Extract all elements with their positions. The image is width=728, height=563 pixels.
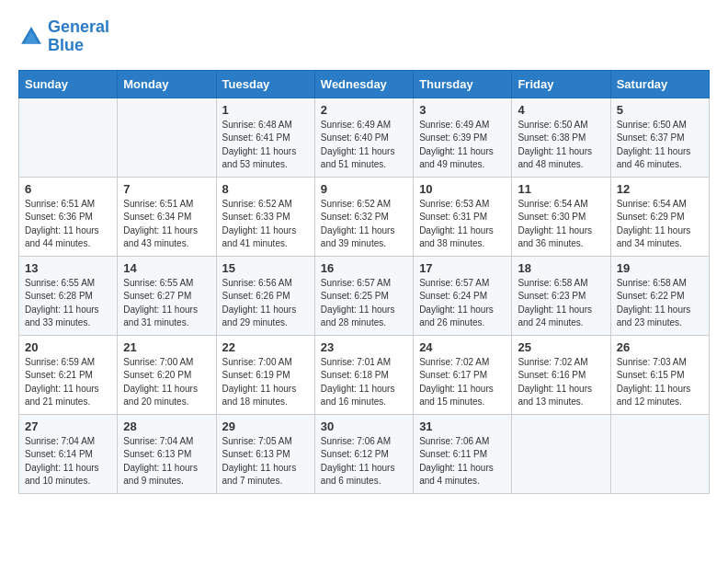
- calendar-cell: 15Sunrise: 6:56 AM Sunset: 6:26 PM Dayli…: [216, 256, 314, 335]
- cell-info: Sunrise: 7:01 AM Sunset: 6:18 PM Dayligh…: [321, 356, 407, 409]
- calendar-cell: 26Sunrise: 7:03 AM Sunset: 6:15 PM Dayli…: [610, 335, 709, 414]
- calendar-cell: 22Sunrise: 7:00 AM Sunset: 6:19 PM Dayli…: [216, 335, 314, 414]
- cell-info: Sunrise: 6:53 AM Sunset: 6:31 PM Dayligh…: [419, 198, 506, 251]
- day-number: 24: [419, 340, 506, 354]
- day-number: 31: [419, 419, 506, 433]
- cell-info: Sunrise: 7:00 AM Sunset: 6:19 PM Dayligh…: [222, 356, 309, 409]
- page-header: General Blue: [18, 18, 710, 55]
- calendar-cell: 7Sunrise: 6:51 AM Sunset: 6:34 PM Daylig…: [118, 177, 216, 256]
- cell-info: Sunrise: 6:57 AM Sunset: 6:24 PM Dayligh…: [419, 277, 506, 330]
- day-number: 16: [321, 261, 407, 275]
- cell-info: Sunrise: 6:59 AM Sunset: 6:21 PM Dayligh…: [25, 356, 111, 409]
- cell-info: Sunrise: 6:49 AM Sunset: 6:39 PM Dayligh…: [419, 119, 506, 172]
- weekday-header-thursday: Thursday: [414, 70, 512, 98]
- cell-info: Sunrise: 7:06 AM Sunset: 6:12 PM Dayligh…: [321, 435, 407, 488]
- calendar-cell: 30Sunrise: 7:06 AM Sunset: 6:12 PM Dayli…: [314, 414, 413, 493]
- day-number: 3: [419, 103, 506, 117]
- cell-info: Sunrise: 7:04 AM Sunset: 6:13 PM Dayligh…: [123, 435, 210, 488]
- cell-info: Sunrise: 6:57 AM Sunset: 6:25 PM Dayligh…: [321, 277, 407, 330]
- calendar-cell: 17Sunrise: 6:57 AM Sunset: 6:24 PM Dayli…: [414, 256, 512, 335]
- calendar-week-2: 6Sunrise: 6:51 AM Sunset: 6:36 PM Daylig…: [19, 177, 710, 256]
- cell-info: Sunrise: 7:06 AM Sunset: 6:11 PM Dayligh…: [419, 435, 506, 488]
- day-number: 2: [321, 103, 407, 117]
- calendar-cell: 3Sunrise: 6:49 AM Sunset: 6:39 PM Daylig…: [414, 98, 512, 177]
- cell-info: Sunrise: 6:52 AM Sunset: 6:32 PM Dayligh…: [321, 198, 407, 251]
- day-number: 1: [222, 103, 309, 117]
- cell-info: Sunrise: 7:03 AM Sunset: 6:15 PM Dayligh…: [617, 356, 703, 409]
- weekday-header-friday: Friday: [512, 70, 610, 98]
- calendar-cell: 11Sunrise: 6:54 AM Sunset: 6:30 PM Dayli…: [512, 177, 610, 256]
- calendar-cell: 21Sunrise: 7:00 AM Sunset: 6:20 PM Dayli…: [118, 335, 216, 414]
- day-number: 30: [321, 419, 407, 433]
- calendar-cell: [118, 98, 216, 177]
- cell-info: Sunrise: 6:49 AM Sunset: 6:40 PM Dayligh…: [321, 119, 407, 172]
- calendar-cell: 13Sunrise: 6:55 AM Sunset: 6:28 PM Dayli…: [19, 256, 118, 335]
- day-number: 19: [617, 261, 703, 275]
- cell-info: Sunrise: 6:58 AM Sunset: 6:23 PM Dayligh…: [518, 277, 604, 330]
- day-number: 20: [25, 340, 111, 354]
- calendar-cell: 23Sunrise: 7:01 AM Sunset: 6:18 PM Dayli…: [314, 335, 413, 414]
- calendar-cell: 19Sunrise: 6:58 AM Sunset: 6:22 PM Dayli…: [610, 256, 709, 335]
- day-number: 27: [25, 419, 111, 433]
- day-number: 8: [222, 182, 309, 196]
- calendar-cell: 24Sunrise: 7:02 AM Sunset: 6:17 PM Dayli…: [414, 335, 512, 414]
- cell-info: Sunrise: 6:48 AM Sunset: 6:41 PM Dayligh…: [222, 119, 309, 172]
- cell-info: Sunrise: 6:54 AM Sunset: 6:30 PM Dayligh…: [518, 198, 604, 251]
- calendar-week-5: 27Sunrise: 7:04 AM Sunset: 6:14 PM Dayli…: [19, 414, 710, 493]
- cell-info: Sunrise: 6:52 AM Sunset: 6:33 PM Dayligh…: [222, 198, 309, 251]
- weekday-header-sunday: Sunday: [19, 70, 118, 98]
- cell-info: Sunrise: 6:51 AM Sunset: 6:34 PM Dayligh…: [123, 198, 210, 251]
- cell-info: Sunrise: 6:58 AM Sunset: 6:22 PM Dayligh…: [617, 277, 703, 330]
- calendar-cell: 9Sunrise: 6:52 AM Sunset: 6:32 PM Daylig…: [314, 177, 413, 256]
- cell-info: Sunrise: 6:50 AM Sunset: 6:38 PM Dayligh…: [518, 119, 604, 172]
- calendar-cell: 29Sunrise: 7:05 AM Sunset: 6:13 PM Dayli…: [216, 414, 314, 493]
- weekday-header-monday: Monday: [118, 70, 216, 98]
- cell-info: Sunrise: 6:54 AM Sunset: 6:29 PM Dayligh…: [617, 198, 703, 251]
- cell-info: Sunrise: 6:50 AM Sunset: 6:37 PM Dayligh…: [617, 119, 703, 172]
- calendar-cell: 8Sunrise: 6:52 AM Sunset: 6:33 PM Daylig…: [216, 177, 314, 256]
- calendar-cell: 16Sunrise: 6:57 AM Sunset: 6:25 PM Dayli…: [314, 256, 413, 335]
- day-number: 22: [222, 340, 309, 354]
- day-number: 6: [25, 182, 111, 196]
- cell-info: Sunrise: 7:00 AM Sunset: 6:20 PM Dayligh…: [123, 356, 210, 409]
- day-number: 14: [123, 261, 210, 275]
- cell-info: Sunrise: 6:51 AM Sunset: 6:36 PM Dayligh…: [25, 198, 111, 251]
- day-number: 7: [123, 182, 210, 196]
- calendar-cell: 12Sunrise: 6:54 AM Sunset: 6:29 PM Dayli…: [610, 177, 709, 256]
- calendar-cell: [512, 414, 610, 493]
- day-number: 5: [617, 103, 703, 117]
- day-number: 4: [518, 103, 604, 117]
- cell-info: Sunrise: 6:56 AM Sunset: 6:26 PM Dayligh…: [222, 277, 309, 330]
- logo-text: General Blue: [48, 18, 109, 55]
- calendar-cell: 28Sunrise: 7:04 AM Sunset: 6:13 PM Dayli…: [118, 414, 216, 493]
- calendar-cell: [19, 98, 118, 177]
- calendar-cell: 18Sunrise: 6:58 AM Sunset: 6:23 PM Dayli…: [512, 256, 610, 335]
- day-number: 28: [123, 419, 210, 433]
- calendar-cell: [610, 414, 709, 493]
- calendar-week-1: 1Sunrise: 6:48 AM Sunset: 6:41 PM Daylig…: [19, 98, 710, 177]
- cell-info: Sunrise: 7:02 AM Sunset: 6:17 PM Dayligh…: [419, 356, 506, 409]
- calendar-cell: 27Sunrise: 7:04 AM Sunset: 6:14 PM Dayli…: [19, 414, 118, 493]
- cell-info: Sunrise: 7:02 AM Sunset: 6:16 PM Dayligh…: [518, 356, 604, 409]
- calendar-cell: 5Sunrise: 6:50 AM Sunset: 6:37 PM Daylig…: [610, 98, 709, 177]
- day-number: 13: [25, 261, 111, 275]
- calendar-week-4: 20Sunrise: 6:59 AM Sunset: 6:21 PM Dayli…: [19, 335, 710, 414]
- calendar-cell: 10Sunrise: 6:53 AM Sunset: 6:31 PM Dayli…: [414, 177, 512, 256]
- day-number: 11: [518, 182, 604, 196]
- cell-info: Sunrise: 6:55 AM Sunset: 6:27 PM Dayligh…: [123, 277, 210, 330]
- calendar-week-3: 13Sunrise: 6:55 AM Sunset: 6:28 PM Dayli…: [19, 256, 710, 335]
- day-number: 17: [419, 261, 506, 275]
- day-number: 26: [617, 340, 703, 354]
- cell-info: Sunrise: 7:05 AM Sunset: 6:13 PM Dayligh…: [222, 435, 309, 488]
- cell-info: Sunrise: 6:55 AM Sunset: 6:28 PM Dayligh…: [25, 277, 111, 330]
- weekday-header-wednesday: Wednesday: [314, 70, 413, 98]
- calendar-body: 1Sunrise: 6:48 AM Sunset: 6:41 PM Daylig…: [19, 98, 710, 493]
- calendar-cell: 20Sunrise: 6:59 AM Sunset: 6:21 PM Dayli…: [19, 335, 118, 414]
- calendar-cell: 25Sunrise: 7:02 AM Sunset: 6:16 PM Dayli…: [512, 335, 610, 414]
- calendar-cell: 2Sunrise: 6:49 AM Sunset: 6:40 PM Daylig…: [314, 98, 413, 177]
- day-number: 29: [222, 419, 309, 433]
- weekday-header-tuesday: Tuesday: [216, 70, 314, 98]
- calendar-table: SundayMondayTuesdayWednesdayThursdayFrid…: [18, 70, 710, 494]
- day-number: 23: [321, 340, 407, 354]
- day-number: 18: [518, 261, 604, 275]
